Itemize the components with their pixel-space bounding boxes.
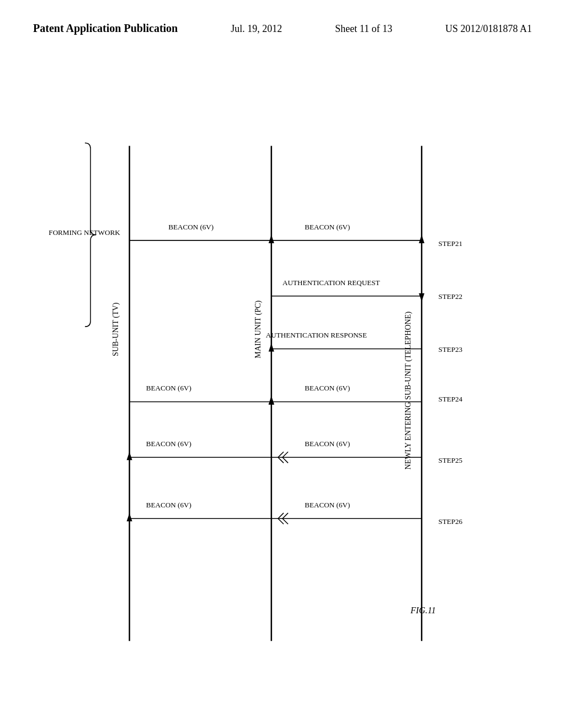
beacon5-tv-label: BEACON (6V) [146, 440, 191, 448]
auth-resp-label: AUTHENTICATION RESPONSE [266, 331, 367, 339]
beacon1-tv-label: BEACON (6V) [168, 223, 214, 231]
main-unit-pc-label: MAIN UNIT (PC) [253, 301, 263, 358]
step23-label: STEP23 [438, 345, 462, 354]
beacon1-arrow-ne [419, 235, 424, 243]
figure-label: FIG.11 [410, 606, 436, 615]
beacon4-pc-label: BEACON (6V) [305, 384, 350, 392]
auth-req-label: AUTHENTICATION REQUEST [282, 279, 380, 287]
beacon6-pc-label: BEACON (6V) [305, 501, 350, 509]
auth-req-arrow [419, 293, 424, 302]
beacon1-pc-label: BEACON (6V) [305, 223, 350, 231]
forming-network-label: FORMING NETWORK [49, 228, 120, 237]
newly-entering-label: NEWLY ENTERING SUB-UNIT (TELEPHONE) [403, 312, 413, 470]
beacon6-arrow-tv [127, 513, 132, 521]
sheet-info: Sheet 11 of 13 [335, 23, 392, 35]
step22-label: STEP22 [438, 292, 462, 301]
patent-number: US 2012/0181878 A1 [445, 23, 532, 35]
diagram-container: FORMING NETWORK SUB-UNIT (TV) MAIN UNIT … [0, 46, 565, 708]
beacon6-tv-label: BEACON (6V) [146, 501, 191, 509]
step25-label: STEP25 [438, 456, 462, 464]
beacon4-arrow-ne-up [269, 396, 274, 404]
publication-date: Jul. 19, 2012 [231, 23, 282, 35]
page-header: Patent Application Publication Jul. 19, … [0, 0, 565, 46]
beacon5-pc-label: BEACON (6V) [305, 440, 350, 448]
step21-label: STEP21 [438, 239, 462, 248]
step24-label: STEP24 [438, 395, 462, 403]
sequence-diagram: FORMING NETWORK SUB-UNIT (TV) MAIN UNIT … [22, 57, 543, 697]
beacon1-arrow-pc [269, 235, 274, 243]
publication-title: Patent Application Publication [33, 22, 178, 35]
beacon4-tv-label: BEACON (6V) [146, 384, 191, 392]
auth-resp-arrow [269, 343, 274, 351]
beacon5-arrow-tv [127, 452, 132, 460]
step26-label: STEP26 [438, 517, 462, 526]
sub-unit-tv-label: SUB-UNIT (TV) [111, 302, 120, 356]
